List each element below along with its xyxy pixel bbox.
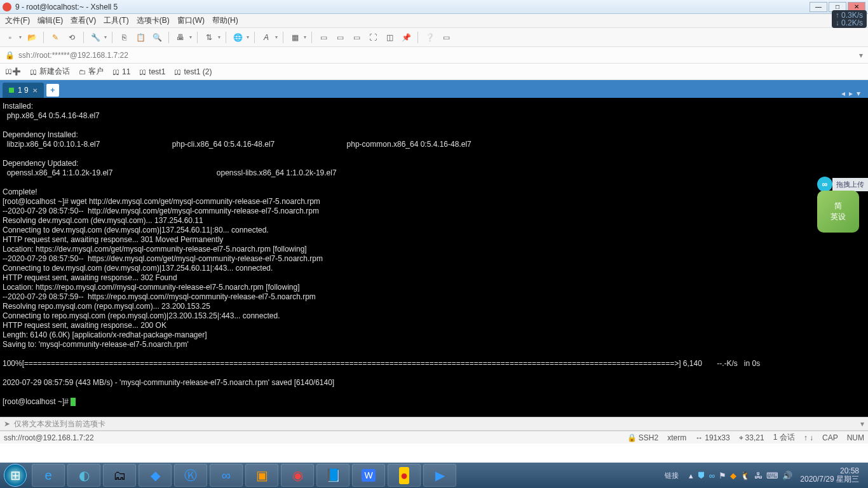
address-url[interactable]: ssh://root:******@192.168.1.7:22 xyxy=(18,51,859,60)
taskbar-xshell[interactable]: ◉ xyxy=(281,464,314,487)
floating-app-widget[interactable]: 简 英设 xyxy=(817,191,859,233)
tab-next-icon[interactable]: ▸ xyxy=(849,89,853,98)
vmware-icon: ▣ xyxy=(256,468,268,483)
status-sessions: 1 会话 xyxy=(773,432,795,443)
bookmark-icon: 🕮 xyxy=(30,68,37,76)
sogou-icon: ◐ xyxy=(79,468,90,483)
windows-taskbar: ⊞ e ◐ 🗂 ◆ Ⓚ ∞ ▣ ◉ 📘 W ● ▶ 链接 ▴ ⛊ ∞ ⚑ ◆ 🐧… xyxy=(0,463,868,488)
tab-strip: 1 9 ✕ + ◂ ▸ ▾ xyxy=(0,80,868,98)
bookmark-icon: 🕮 xyxy=(139,68,146,76)
reconnect-icon[interactable]: ✎ xyxy=(49,31,62,44)
taskbar-explorer[interactable]: 🗂 xyxy=(103,464,136,487)
fullscreen-icon[interactable]: ⛶ xyxy=(367,31,379,44)
tab-close-icon[interactable]: ✕ xyxy=(32,87,37,94)
session-test1[interactable]: 🕮test1 xyxy=(139,67,165,76)
disconnect-icon[interactable]: ⟲ xyxy=(65,31,78,44)
status-cursor: ⌖33,21 xyxy=(739,433,764,442)
tray-shield-icon[interactable]: ⛊ xyxy=(697,471,705,480)
menu-tabs[interactable]: 选项卡(B) xyxy=(137,15,170,26)
status-updown-icon: ↑ ↓ xyxy=(804,433,813,442)
taskbar-kugou[interactable]: Ⓚ xyxy=(174,464,207,487)
tray-links-label[interactable]: 链接 xyxy=(660,471,684,480)
menu-edit[interactable]: 编辑(E) xyxy=(37,15,63,26)
tray-app-icon[interactable]: ◆ xyxy=(730,471,736,480)
taskbar-ie[interactable]: e xyxy=(32,464,65,487)
tray-volume-icon[interactable]: 🔊 xyxy=(782,471,792,480)
taskbar-wps[interactable]: W xyxy=(352,464,385,487)
menu-tools[interactable]: 工具(T) xyxy=(104,15,128,26)
print-icon[interactable]: 🖶 xyxy=(174,31,187,44)
session-test1-2[interactable]: 🕮test1 (2) xyxy=(174,67,212,76)
status-bar: ssh://root@192.168.1.7:22 🔒SSH2 xterm ↔1… xyxy=(0,431,868,444)
menu-help[interactable]: 帮助(H) xyxy=(212,15,238,26)
open-icon[interactable]: 📂 xyxy=(25,31,38,44)
tab-label: 1 9 xyxy=(18,86,29,95)
capture-icon: ▶ xyxy=(435,468,445,483)
copy-icon[interactable]: ⎘ xyxy=(118,31,130,44)
terminal-cursor xyxy=(71,398,76,406)
send-icon[interactable]: ➤ xyxy=(4,419,10,428)
download-speed: ↓ 0.2K/s xyxy=(836,19,863,27)
properties-icon[interactable]: 🔧 xyxy=(89,31,102,44)
help-icon[interactable]: ❔ xyxy=(423,31,436,44)
ie-icon: e xyxy=(44,468,51,483)
minimize-button[interactable]: — xyxy=(810,2,827,12)
sessions-bar: 🕮➕ 🕮新建会话 🗀客户 🕮11 🕮test1 🕮test1 (2) xyxy=(0,64,868,80)
ontop-icon[interactable]: 📌 xyxy=(400,31,412,44)
session-11[interactable]: 🕮11 xyxy=(112,67,130,76)
terminal-text: Installed: php.x86_64 0:5.4.16-48.el7 De… xyxy=(3,102,760,406)
record-icon: ● xyxy=(399,467,409,484)
taskbar-notes[interactable]: 📘 xyxy=(316,464,349,487)
status-protocol: 🔒SSH2 xyxy=(627,433,658,442)
find-icon[interactable]: 🔍 xyxy=(151,31,163,44)
hosts-icon[interactable]: ▭ xyxy=(317,31,330,44)
compose-icon[interactable]: ▭ xyxy=(350,31,363,44)
start-button[interactable]: ⊞ xyxy=(4,464,27,487)
guest-button[interactable]: 🗀客户 xyxy=(79,66,104,77)
drag-upload-widget[interactable]: ∞ 拖拽上传 xyxy=(817,177,868,192)
tab-list-icon[interactable]: ▾ xyxy=(857,89,860,98)
transparent-icon[interactable]: ◫ xyxy=(383,31,396,44)
globe-icon[interactable]: 🌐 xyxy=(231,31,244,44)
tray-up-icon[interactable]: ▴ xyxy=(689,471,693,480)
status-connection: ssh://root@192.168.1.7:22 xyxy=(4,433,618,442)
taskbar-app1[interactable]: ◆ xyxy=(139,464,172,487)
menu-file[interactable]: 文件(F) xyxy=(5,15,30,26)
size-icon: ↔ xyxy=(695,433,703,442)
menu-window[interactable]: 窗口(W) xyxy=(177,15,205,26)
taskbar-baidu[interactable]: ∞ xyxy=(210,464,243,487)
address-dropdown-icon[interactable]: ▾ xyxy=(859,51,863,60)
tray-flag-icon[interactable]: ⚑ xyxy=(719,471,726,480)
cloud-upload-icon: ∞ xyxy=(817,177,832,192)
taskbar-browser[interactable]: ◐ xyxy=(67,464,100,487)
taskbar-capture[interactable]: ▶ xyxy=(423,464,456,487)
tray-qq-icon[interactable]: 🐧 xyxy=(740,471,750,480)
send-to-text[interactable]: 仅将文本发送到当前选项卡 xyxy=(14,419,860,430)
tab-prev-icon[interactable]: ◂ xyxy=(841,89,845,98)
taskbar-record[interactable]: ● xyxy=(388,464,421,487)
taskbar-vm[interactable]: ▣ xyxy=(245,464,278,487)
new-session-button[interactable]: 🕮新建会话 xyxy=(30,66,70,77)
windows-logo-icon: ⊞ xyxy=(10,468,21,483)
tray-cloud-icon[interactable]: ∞ xyxy=(709,471,715,480)
new-icon[interactable]: ▫ xyxy=(4,31,17,44)
about-icon[interactable]: ▭ xyxy=(440,31,452,44)
tray-input-icon[interactable]: ⌨ xyxy=(766,471,778,480)
terminal-output[interactable]: Installed: php.x86_64 0:5.4.16-48.el7 De… xyxy=(0,98,868,417)
colors-icon[interactable]: ▦ xyxy=(288,31,301,44)
bookmark-icon: 🕮 xyxy=(112,68,119,76)
send-to-bar: ➤ 仅将文本发送到当前选项卡 ▾ xyxy=(0,417,868,431)
tunnel-icon[interactable]: ▭ xyxy=(334,31,346,44)
font-icon[interactable]: A xyxy=(260,31,273,44)
tray-clock[interactable]: 20:58 2020/7/29 星期三 xyxy=(796,467,863,484)
tab-active[interactable]: 1 9 ✕ xyxy=(3,83,44,98)
send-dropdown-icon[interactable]: ▾ xyxy=(860,419,864,428)
paste-icon[interactable]: 📋 xyxy=(134,31,147,44)
tray-net-icon[interactable]: 🖧 xyxy=(754,471,763,480)
menu-view[interactable]: 查看(V) xyxy=(71,15,96,26)
status-num: NUM xyxy=(847,433,864,442)
add-bookmark-button[interactable]: 🕮➕ xyxy=(5,67,21,76)
transfer-icon[interactable]: ⇅ xyxy=(203,31,215,44)
folder-bookmark-icon: 🗀 xyxy=(79,68,86,76)
tab-add-button[interactable]: + xyxy=(46,84,59,97)
